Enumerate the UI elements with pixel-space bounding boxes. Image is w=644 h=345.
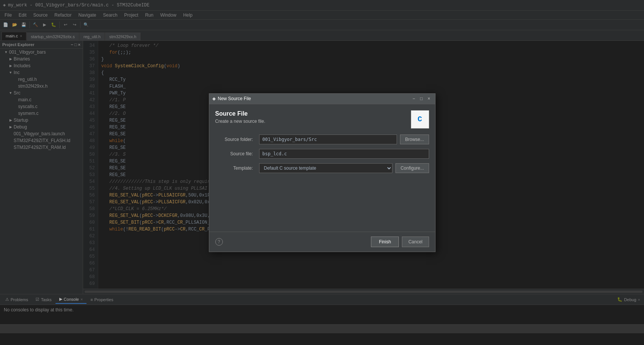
cancel-button[interactable]: Cancel xyxy=(402,237,429,247)
modal-controls: − □ × xyxy=(411,96,432,102)
configure-button[interactable]: Configure... xyxy=(395,163,429,173)
modal-title-icon: ◈ xyxy=(212,96,216,101)
template-field: Template: Default C source template Conf… xyxy=(215,163,429,173)
source-file-row: Source file: xyxy=(215,149,429,159)
modal-section-title: Source File xyxy=(215,110,266,117)
modal-file-icon: C xyxy=(411,110,429,128)
modal-header-left: Source File Create a new source file. xyxy=(215,110,266,124)
modal-titlebar: ◈ New Source File − □ × xyxy=(209,94,435,104)
modal-title-text: New Source File xyxy=(218,96,251,101)
source-folder-field: Source folder: Browse... xyxy=(215,135,429,144)
source-folder-row: Source folder: Browse... xyxy=(215,135,429,144)
template-label: Template: xyxy=(215,166,253,171)
source-file-input[interactable] xyxy=(259,149,429,159)
source-folder-input[interactable] xyxy=(259,135,397,144)
modal-footer-actions: Finish Cancel xyxy=(371,237,429,247)
help-button[interactable]: ? xyxy=(215,238,223,246)
modal-maximize-button[interactable]: □ xyxy=(419,96,425,102)
finish-button[interactable]: Finish xyxy=(371,237,399,247)
modal-body: Source File Create a new source file. C … xyxy=(209,104,435,232)
modal-subtitle: Create a new source file. xyxy=(215,119,266,124)
template-row: Template: Default C source template Conf… xyxy=(215,163,429,173)
source-file-label: Source file: xyxy=(215,151,253,156)
new-source-file-dialog: ◈ New Source File − □ × Source File Crea… xyxy=(209,93,436,252)
modal-close-button[interactable]: × xyxy=(426,96,432,102)
browse-button[interactable]: Browse... xyxy=(400,135,429,144)
modal-title-left: ◈ New Source File xyxy=(212,96,251,101)
modal-file-icon-letter: C xyxy=(417,115,422,124)
source-folder-label: Source folder: xyxy=(215,137,253,142)
modal-header-section: Source File Create a new source file. C xyxy=(215,110,429,128)
template-select[interactable]: Default C source template xyxy=(259,163,393,173)
modal-overlay: ◈ New Source File − □ × Source File Crea… xyxy=(0,0,644,345)
modal-minimize-button[interactable]: − xyxy=(411,96,417,102)
modal-footer: ? Finish Cancel xyxy=(209,232,435,252)
source-file-field: Source file: xyxy=(215,149,429,159)
